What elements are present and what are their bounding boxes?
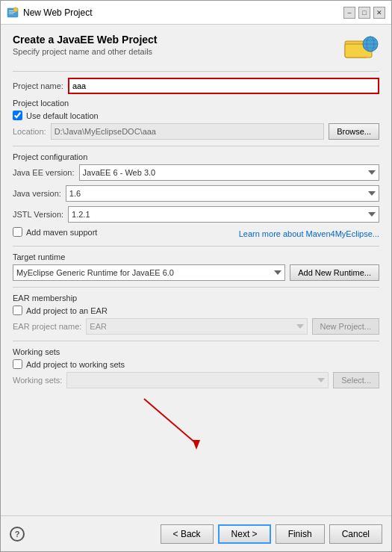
- header-icon: [343, 34, 379, 63]
- jstl-version-row: JSTL Version: 1.2.1: [13, 206, 379, 223]
- separator-2: [13, 146, 379, 146]
- ear-project-row: EAR project name: EAR New Project...: [13, 318, 379, 335]
- arrow-annotation: [13, 393, 379, 453]
- separator-4: [13, 287, 379, 288]
- svg-point-4: [13, 7, 18, 12]
- use-default-location-row: Use default location: [13, 111, 379, 120]
- page-subtitle: Specify project name and other details: [13, 47, 158, 56]
- ear-project-name-label: EAR project name:: [13, 322, 81, 331]
- add-new-runtime-button[interactable]: Add New Runtime...: [290, 264, 379, 281]
- separator-5: [13, 341, 379, 341]
- window-title: New Web Project: [23, 7, 92, 18]
- browse-button[interactable]: Browse...: [329, 123, 379, 140]
- page-title: Create a JavaEE Web Project: [13, 34, 158, 46]
- java-ee-version-select[interactable]: JavaEE 6 - Web 3.0: [79, 164, 379, 181]
- add-to-ear-label[interactable]: Add project to an EAR: [26, 306, 108, 315]
- java-version-row: Java version: 1.6: [13, 185, 379, 202]
- use-default-location-checkbox[interactable]: [13, 111, 22, 120]
- window: New Web Project – □ ✕ Create a JavaEE We…: [0, 0, 392, 552]
- footer: ? < Back Next > Finish Cancel: [1, 515, 391, 551]
- project-name-row: Project name:: [13, 78, 379, 94]
- content-area: Create a JavaEE Web Project Specify proj…: [1, 25, 391, 515]
- jstl-version-select[interactable]: 1.2.1: [68, 206, 379, 223]
- select-button[interactable]: Select...: [333, 372, 379, 388]
- project-configuration-label: Project configuration: [13, 152, 379, 161]
- java-ee-version-label: Java EE version:: [13, 168, 75, 177]
- target-runtime-section-label: Target runtime: [13, 252, 379, 261]
- window-icon: [7, 7, 19, 19]
- page-header: Create a JavaEE Web Project Specify proj…: [13, 34, 379, 63]
- java-version-select[interactable]: 1.6: [66, 185, 379, 202]
- back-button[interactable]: < Back: [161, 524, 214, 544]
- java-ee-version-row: Java EE version: JavaEE 6 - Web 3.0: [13, 164, 379, 181]
- separator-1: [13, 71, 379, 72]
- folder-globe-icon: [343, 34, 379, 63]
- project-name-label: Project name:: [13, 81, 63, 90]
- working-sets-input-row: Working sets: Select...: [13, 372, 379, 388]
- svg-rect-3: [9, 13, 13, 14]
- add-maven-checkbox[interactable]: [13, 227, 22, 237]
- separator-3: [13, 246, 379, 246]
- svg-line-12: [144, 399, 196, 444]
- runtime-select[interactable]: MyEclipse Generic Runtime for JavaEE 6.0: [13, 264, 285, 281]
- close-button[interactable]: ✕: [373, 7, 385, 19]
- help-button[interactable]: ?: [10, 527, 25, 542]
- cancel-button[interactable]: Cancel: [329, 524, 382, 544]
- project-name-input[interactable]: [68, 78, 379, 94]
- footer-left: ?: [10, 527, 25, 542]
- svg-marker-13: [193, 440, 200, 450]
- footer-right: < Back Next > Finish Cancel: [161, 524, 382, 544]
- use-default-location-label[interactable]: Use default location: [26, 111, 99, 120]
- title-bar: New Web Project – □ ✕: [1, 1, 391, 25]
- arrow-svg: [122, 395, 271, 451]
- working-sets-input-label: Working sets:: [13, 376, 62, 385]
- location-label: Location:: [13, 127, 46, 136]
- title-bar-controls: – □ ✕: [343, 7, 385, 19]
- next-button[interactable]: Next >: [218, 524, 271, 544]
- add-maven-label[interactable]: Add maven support: [26, 228, 97, 237]
- add-to-ear-checkbox[interactable]: [13, 306, 22, 315]
- jstl-version-label: JSTL Version:: [13, 210, 63, 219]
- add-to-working-sets-label[interactable]: Add project to working sets: [26, 360, 125, 369]
- add-to-working-sets-checkbox[interactable]: [13, 359, 22, 369]
- learn-more-link[interactable]: Learn more about Maven4MyEclipse...: [239, 229, 379, 238]
- title-bar-left: New Web Project: [7, 7, 92, 19]
- working-sets-section-label: Working sets: [13, 347, 379, 356]
- add-to-ear-row: Add project to an EAR: [13, 306, 379, 315]
- minimize-button[interactable]: –: [343, 7, 355, 19]
- project-location-label: Project location: [13, 99, 379, 108]
- finish-button[interactable]: Finish: [276, 524, 325, 544]
- ear-membership-label: EAR membership: [13, 294, 379, 303]
- location-row: Location: Browse...: [13, 123, 379, 140]
- location-input: [51, 123, 324, 140]
- add-to-working-sets-row: Add project to working sets: [13, 359, 379, 369]
- ear-project-name-select: EAR: [86, 318, 307, 335]
- maximize-button[interactable]: □: [358, 7, 370, 19]
- svg-rect-2: [9, 12, 15, 13]
- working-sets-select: [66, 372, 329, 388]
- maven-row: Add maven support Learn more about Maven…: [13, 227, 379, 240]
- java-version-label: Java version:: [13, 189, 61, 198]
- new-project-button[interactable]: New Project...: [312, 318, 379, 335]
- runtime-row: MyEclipse Generic Runtime for JavaEE 6.0…: [13, 264, 379, 281]
